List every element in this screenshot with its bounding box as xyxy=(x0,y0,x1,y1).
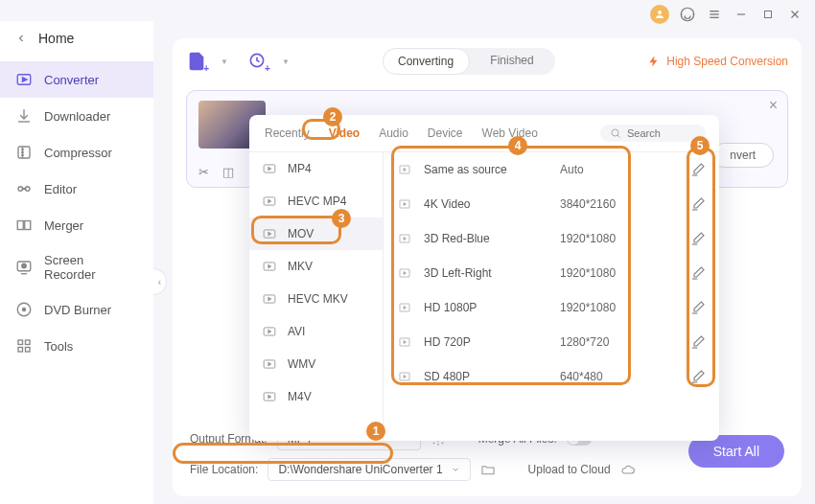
resolution-row[interactable]: 4K Video3840*2160 xyxy=(384,187,719,221)
annotation-2: 2 xyxy=(323,107,342,126)
format-option-wmv[interactable]: WMV xyxy=(249,348,383,380)
format-option-mp4[interactable]: MP4 xyxy=(249,152,383,185)
format-option-hevc-mp4[interactable]: HEVC MP4 xyxy=(249,185,383,218)
format-tab-recently[interactable]: Recently xyxy=(263,123,312,144)
status-segment: Converting Finished xyxy=(383,48,555,75)
svg-line-34 xyxy=(617,135,620,138)
video-icon xyxy=(397,371,412,382)
nav-label: Screen Recorder xyxy=(44,253,138,282)
edit-preset-icon[interactable] xyxy=(690,265,706,281)
back-home[interactable]: Home xyxy=(0,21,153,56)
crop-icon[interactable]: ◫ xyxy=(222,165,234,179)
resolution-row[interactable]: Same as sourceAuto xyxy=(384,152,719,187)
video-icon xyxy=(397,198,412,210)
back-label: Home xyxy=(38,31,74,46)
edit-preset-icon[interactable] xyxy=(690,231,706,246)
resolution-value: 3840*2160 xyxy=(560,197,679,211)
resolution-value: 1920*1080 xyxy=(560,266,679,280)
svg-rect-6 xyxy=(765,11,772,18)
format-tab-audio[interactable]: Audio xyxy=(377,123,410,144)
segment-finished[interactable]: Finished xyxy=(470,48,555,75)
svg-rect-30 xyxy=(26,348,31,353)
merger-icon xyxy=(15,217,33,234)
nav-label: Editor xyxy=(44,182,77,196)
remove-file-icon[interactable]: × xyxy=(769,97,778,114)
svg-marker-42 xyxy=(268,264,271,268)
edit-preset-icon[interactable] xyxy=(690,369,706,384)
sidebar-item-tools[interactable]: Tools xyxy=(0,328,153,364)
resolution-row[interactable]: HD 1080P1920*1080 xyxy=(384,290,719,325)
trim-icon[interactable]: ✂ xyxy=(198,165,209,179)
cloud-icon[interactable] xyxy=(620,462,636,477)
segment-converting[interactable]: Converting xyxy=(383,48,470,75)
sidebar-item-converter[interactable]: Converter xyxy=(0,61,153,98)
sidebar-item-editor[interactable]: Editor xyxy=(0,171,153,207)
format-option-hevc-mkv[interactable]: HEVC MKV xyxy=(249,283,383,315)
annotation-4: 4 xyxy=(508,136,527,155)
high-speed-badge: High Speed Conversion xyxy=(647,55,788,68)
nav-label: Tools xyxy=(44,339,73,354)
open-folder-icon[interactable] xyxy=(480,462,496,477)
support-icon[interactable] xyxy=(679,6,696,23)
svg-point-26 xyxy=(23,309,26,311)
format-option-mkv[interactable]: MKV xyxy=(249,250,383,283)
edit-preset-icon[interactable] xyxy=(690,196,706,212)
nav-label: Merger xyxy=(44,218,83,233)
nav-label: DVD Burner xyxy=(44,303,111,317)
sidebar-item-screen-recorder[interactable]: Screen Recorder xyxy=(0,243,153,291)
sidebar-item-dvd-burner[interactable]: DVD Burner xyxy=(0,291,153,328)
add-file-icon[interactable]: + xyxy=(186,51,207,72)
menu-icon[interactable] xyxy=(706,6,723,23)
svg-marker-58 xyxy=(404,272,407,275)
svg-marker-52 xyxy=(404,169,407,172)
resolution-value: 1280*720 xyxy=(560,335,679,349)
resolution-value: 640*480 xyxy=(560,370,679,383)
svg-rect-27 xyxy=(18,340,23,345)
format-option-mov[interactable]: MOV xyxy=(249,218,383,250)
svg-marker-54 xyxy=(404,203,407,206)
format-icon xyxy=(261,357,278,371)
svg-rect-28 xyxy=(26,340,31,345)
file-location-select[interactable]: D:\Wondershare UniConverter 1 xyxy=(268,458,470,481)
format-option-avi[interactable]: AVI xyxy=(249,315,383,348)
svg-marker-64 xyxy=(404,376,407,378)
format-icon xyxy=(261,260,278,273)
sidebar-item-merger[interactable]: Merger xyxy=(0,207,153,243)
svg-marker-36 xyxy=(268,167,271,171)
format-icon xyxy=(261,162,278,175)
svg-rect-29 xyxy=(18,348,23,353)
resolution-row[interactable]: 3D Left-Right1920*1080 xyxy=(384,256,719,290)
video-icon xyxy=(397,302,412,313)
minimize-icon[interactable] xyxy=(733,6,750,23)
dvd-icon xyxy=(15,301,33,318)
edit-preset-icon[interactable] xyxy=(690,162,706,177)
svg-point-33 xyxy=(612,129,618,136)
format-search-input[interactable] xyxy=(627,127,694,139)
sidebar-item-downloader[interactable]: Downloader xyxy=(0,98,153,134)
resolution-row[interactable]: HD 720P1280*720 xyxy=(384,325,719,359)
edit-preset-icon[interactable] xyxy=(690,300,706,315)
svg-marker-10 xyxy=(23,78,28,82)
annotation-5: 5 xyxy=(690,136,710,155)
close-icon[interactable] xyxy=(786,6,803,23)
compressor-icon xyxy=(15,144,33,161)
maximize-icon[interactable] xyxy=(759,6,777,23)
resolution-name: Same as source xyxy=(424,163,548,176)
upload-label: Upload to Cloud xyxy=(528,463,611,476)
format-option-m4v[interactable]: M4V xyxy=(249,380,383,413)
resolution-row[interactable]: 3D Red-Blue1920*1080 xyxy=(384,221,719,256)
convert-button[interactable]: nvert xyxy=(711,143,774,168)
svg-marker-46 xyxy=(268,330,271,333)
edit-preset-icon[interactable] xyxy=(690,334,706,350)
resolution-value: 1920*1080 xyxy=(560,301,679,314)
avatar[interactable] xyxy=(650,5,669,24)
resolution-row[interactable]: SD 480P640*480 xyxy=(384,359,719,394)
sidebar-item-compressor[interactable]: Compressor xyxy=(0,134,153,171)
search-icon xyxy=(610,127,621,139)
format-popup: RecentlyVideoAudioDeviceWeb Video MP4HEV… xyxy=(249,115,719,441)
format-tab-device[interactable]: Device xyxy=(426,123,465,144)
svg-marker-62 xyxy=(404,341,407,344)
add-folder-icon[interactable]: + xyxy=(247,51,268,72)
collapse-sidebar[interactable]: ‹ xyxy=(153,268,167,295)
converter-icon xyxy=(15,71,33,88)
